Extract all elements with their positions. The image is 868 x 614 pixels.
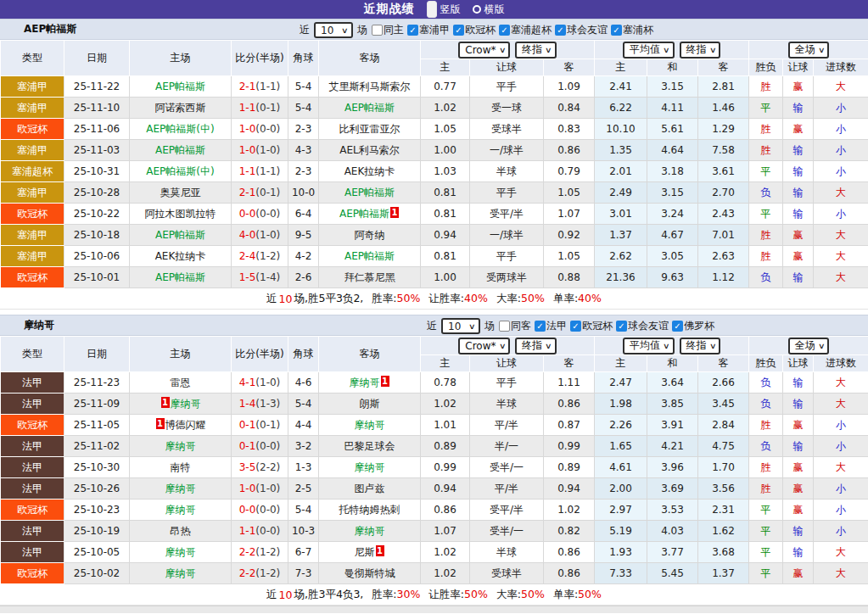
league-type-badge: 欧冠杯 (1, 500, 64, 521)
odds-company-select[interactable]: Crow*∨ (458, 338, 510, 354)
league-checkbox[interactable]: ✓ (407, 25, 418, 36)
corner-score: 10-0 (288, 182, 319, 204)
match-row: 欧冠杯25-11-06AEP帕福斯(中)1-0(0-0)2-3比利亚雷亚尔1.0… (1, 119, 868, 140)
league-filter-3[interactable]: ✓佛罗杯 (672, 319, 714, 333)
same-venue-checkbox[interactable] (372, 25, 383, 36)
corner-score: 6-7 (288, 542, 319, 563)
league-label: 塞浦甲 (419, 23, 450, 37)
subcol-6: 胜负 (749, 59, 783, 76)
match-date: 25-11-06 (64, 119, 130, 140)
handicap-away-odds: 0.99 (544, 436, 595, 457)
layout-option-horizontal[interactable]: 横版 (473, 3, 505, 17)
league-filter-4[interactable]: ✓塞浦杯 (611, 23, 653, 37)
league-checkbox[interactable]: ✓ (616, 321, 627, 332)
away-team-cell: 尼斯1 (319, 542, 421, 563)
odds-company-select[interactable]: Crow*∨ (458, 42, 510, 59)
average-odds-group: 平均值∨终指∨ (595, 41, 749, 59)
average-selects: 平均值∨终指∨ (595, 42, 748, 59)
avg-home-odds: 2.62 (595, 246, 647, 267)
average-time-select[interactable]: 终指∨ (680, 42, 721, 59)
league-checkbox[interactable]: ✓ (499, 25, 510, 36)
match-row: 法甲25-10-05摩纳哥2-2(1-2)6-7尼斯11.02半球0.861.9… (1, 542, 868, 563)
league-filter-1[interactable]: ✓欧冠杯 (570, 319, 613, 333)
handicap-line: 半球 (470, 542, 544, 563)
handicap-line: 受半/一 (470, 521, 544, 542)
header-row-top: 类型日期主场比分(半场)角球客场Crow*∨终指∨平均值∨终指∨全场∨ (1, 337, 868, 355)
away-team-name: AEP帕福斯 (344, 102, 395, 114)
score-cell: 0-0(0-0) (232, 204, 288, 225)
score-cell: 2-1(0-1) (232, 182, 288, 204)
result-wdl: 胜 (749, 225, 783, 246)
league-filter-0[interactable]: ✓法甲 (535, 319, 567, 333)
league-filter-2[interactable]: ✓塞浦超杯 (499, 23, 552, 37)
result-handicap: 赢 (783, 246, 814, 267)
games-count-select[interactable]: 10∨ (441, 318, 480, 334)
result-wdl: 负 (749, 436, 783, 457)
league-filter-2[interactable]: ✓球会友谊 (616, 319, 669, 333)
league-checkbox[interactable]: ✓ (555, 25, 566, 36)
league-checkbox[interactable]: ✓ (570, 321, 581, 332)
stat-value: 50% (397, 292, 421, 304)
handicap-line: 一/球半 (470, 140, 544, 161)
home-team-cell: 摩纳哥 (130, 436, 232, 457)
match-date: 25-10-23 (64, 500, 130, 521)
league-filter-3[interactable]: ✓球会友谊 (555, 23, 608, 37)
league-filter-0[interactable]: ✓塞浦甲 (407, 23, 450, 37)
avg-away-odds: 7.58 (698, 140, 749, 161)
avg-home-odds: 2.49 (595, 182, 647, 204)
half-score: (1-0) (255, 229, 280, 241)
avg-away-odds: 1.62 (698, 521, 749, 542)
half-score: (1-0) (255, 483, 280, 494)
subcol-4: 和 (647, 355, 698, 372)
vertical-radio-icon[interactable] (427, 1, 437, 18)
league-checkbox[interactable]: ✓ (611, 25, 622, 36)
league-type-badge: 法甲 (1, 372, 64, 394)
average-select[interactable]: 平均值∨ (623, 42, 675, 59)
corner-score: 4-4 (288, 415, 319, 436)
away-team-cell: 巴黎足球会 (319, 436, 421, 457)
chevron-down-icon: ∨ (663, 46, 670, 54)
away-team-cell: 朗斯 (319, 394, 421, 415)
league-filter-1[interactable]: ✓欧冠杯 (453, 23, 496, 37)
score-cell: 2-2(1-2) (232, 542, 288, 563)
team-name-heading: AEP帕福斯 (0, 22, 76, 36)
away-team-cell: 摩纳哥1 (319, 372, 421, 394)
chevron-down-icon: ∨ (545, 342, 552, 350)
away-team-cell: 比利亚雷亚尔 (319, 119, 421, 140)
avg-away-odds: 7.01 (698, 225, 749, 246)
scope-select[interactable]: 全场∨ (788, 338, 830, 354)
league-checkbox[interactable]: ✓ (453, 25, 464, 36)
league-checkbox[interactable]: ✓ (672, 321, 683, 332)
average-time-select[interactable]: 终指∨ (680, 338, 721, 354)
handicap-home-odds: 1.07 (421, 521, 470, 542)
subcol-3: 主 (595, 59, 647, 76)
home-team-cell: AEP帕福斯 (130, 140, 232, 161)
league-label: 塞浦超杯 (511, 23, 552, 37)
league-checkbox[interactable]: ✓ (535, 321, 546, 332)
match-row: 欧冠杯25-10-02摩纳哥2-2(1-2)7-3曼彻斯特城1.02受球半0.8… (1, 563, 868, 584)
same-venue-filter[interactable]: 同客 (499, 319, 531, 333)
handicap-line: 一/球半 (470, 225, 544, 246)
home-team-cell: AEP帕福斯 (130, 76, 232, 98)
odds-time-select[interactable]: 终指∨ (515, 338, 557, 354)
odds-time-select[interactable]: 终指∨ (515, 42, 557, 59)
games-count-select-value: 10 (448, 321, 461, 332)
horizontal-radio-label: 横版 (484, 3, 505, 17)
games-count-select[interactable]: 10∨ (314, 22, 353, 38)
league-label: 塞浦杯 (623, 23, 653, 37)
horizontal-radio-icon[interactable] (473, 5, 481, 14)
average-select[interactable]: 平均值∨ (623, 338, 675, 354)
handicap-away-odds: 0.86 (544, 542, 595, 563)
stat-label: 单率: (553, 588, 578, 600)
result-wdl: 负 (749, 394, 783, 415)
same-venue-filter[interactable]: 同主 (372, 23, 404, 37)
home-team-cell: 摩纳哥 (130, 500, 232, 521)
section-summary: 近10场,胜3平4负3,胜率:30%让胜率:50%大率:50%单率:50% (0, 584, 868, 606)
result-handicap: 赢 (783, 76, 814, 98)
avg-draw-odds: 3.91 (647, 415, 698, 436)
scope-select[interactable]: 全场∨ (788, 42, 830, 59)
layout-option-vertical[interactable]: 竖版 (427, 1, 461, 18)
same-venue-checkbox[interactable] (499, 321, 510, 332)
scope-select-value: 全场 (795, 42, 815, 57)
match-date: 25-10-05 (64, 542, 130, 563)
